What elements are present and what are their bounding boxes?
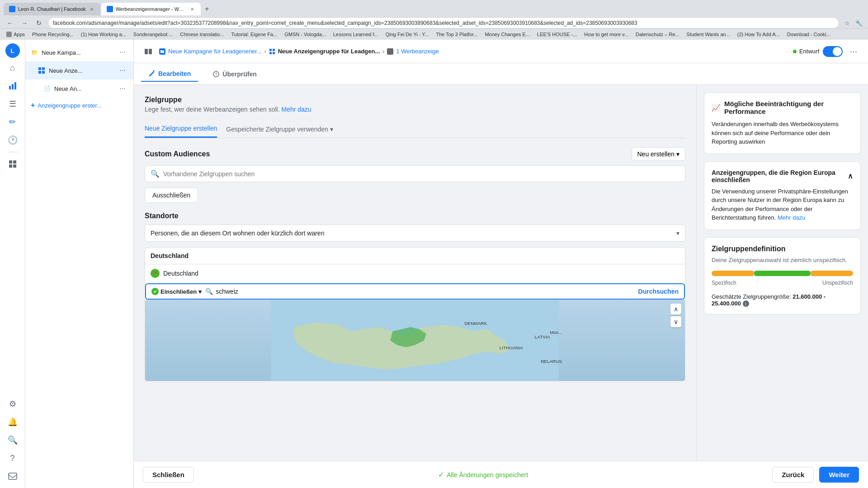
location-dropdown-arrow-icon: ▾ <box>676 230 679 237</box>
bookmark-8[interactable]: Lessons Learned f... <box>330 31 381 38</box>
edit-nav-button[interactable]: ✏ <box>5 114 21 130</box>
forward-button[interactable]: → <box>19 18 30 28</box>
tree-label-anzeigengruppe: Neue Anze... <box>49 67 113 74</box>
location-type-dropdown[interactable]: Personen, die an diesem Ort wohnen oder … <box>145 225 685 242</box>
collapse-region-button[interactable]: ∧ <box>848 172 853 180</box>
neu-erstellen-button[interactable]: Neu erstellen ▾ <box>632 147 686 161</box>
tab-facebook[interactable]: Leon R. Chaudhari | Facebook ✕ <box>4 3 100 15</box>
more-options-button[interactable]: ··· <box>846 44 861 59</box>
ueberpruefen-tab[interactable]: Überprüfen <box>205 67 264 81</box>
ausschliessen-button[interactable]: Ausschließen <box>145 188 198 203</box>
refresh-button[interactable]: ↻ <box>33 18 44 28</box>
breadcrumb-anzeigengruppe[interactable]: Neue Anzeigengruppe für Leadgen... <box>269 48 380 55</box>
breadcrumb-anzeigengruppe-label: Neue Anzeigengruppe für Leadgen... <box>278 48 380 55</box>
tab-gespeicherte-zielgruppe[interactable]: Gespeicherte Zielgruppe verwenden ▾ <box>226 120 333 138</box>
bookmark-9[interactable]: Qing Fei De Yi - Y... <box>383 31 432 38</box>
svg-rect-8 <box>38 67 41 70</box>
bookmark-14[interactable]: Datenschutz – Re... <box>633 31 682 38</box>
region-section-title: Anzeigengruppen, die die Region Europa e… <box>712 169 853 183</box>
status-toggle[interactable] <box>823 46 843 57</box>
bookmark-apps[interactable]: Apps <box>4 31 28 38</box>
add-label: Anzeigengruppe erster... <box>38 102 102 109</box>
bookmark-2[interactable]: Phone Recycling... <box>29 31 76 38</box>
search-icon: 🔍 <box>151 169 160 178</box>
audiences-search-input[interactable] <box>163 170 679 178</box>
ziel-title: Zielgruppendefinition <box>712 245 853 253</box>
right-panel: 📈 Mögliche Beeinträchtigung der Performa… <box>696 85 868 461</box>
performance-icon: 📈 <box>712 103 721 112</box>
breadcrumb-kampagne[interactable]: Neue Kampagne für Leadgenerier... <box>159 48 262 55</box>
tab-close-1[interactable]: ✕ <box>89 6 95 12</box>
location-search-input[interactable] <box>216 288 634 295</box>
map-svg: LATVIA LITHUANIA BELARUS Mos... DENMARK <box>145 300 685 381</box>
bearbeiten-tab[interactable]: Bearbeiten <box>141 66 198 82</box>
location-pin-icon: 📍 <box>151 269 160 278</box>
bookmark-icon[interactable]: ☆ <box>843 19 852 28</box>
bell-nav-button[interactable]: 🔔 <box>5 414 21 430</box>
analytics-nav-button[interactable] <box>5 78 21 94</box>
collapse-tree-button[interactable] <box>141 44 156 59</box>
tree-item-anzeige[interactable]: 📄 Neue An... ··· <box>25 80 133 98</box>
svg-rect-13 <box>149 49 152 54</box>
layers-nav-button[interactable] <box>5 156 21 172</box>
ziel-info-icon[interactable]: i <box>743 300 749 307</box>
address-bar[interactable]: facebook.com/adsmanager/manage/adsets/ed… <box>48 17 839 29</box>
custom-audiences-label: Custom Audiences <box>145 150 210 158</box>
user-avatar[interactable]: L <box>5 43 20 58</box>
campaign-tree: 📁 Neue Kampa... ··· Neue Anze... ··· 📄 N… <box>25 40 134 488</box>
bookmark-10[interactable]: The Top 3 Platfor... <box>433 31 480 38</box>
help-nav-button[interactable]: ? <box>5 450 21 466</box>
search-nav-button[interactable]: 🔍 <box>5 432 21 448</box>
map-up-button[interactable]: ∧ <box>670 304 681 314</box>
extension-icon[interactable]: 🔧 <box>854 19 863 28</box>
einschliessen-dropdown[interactable]: Einschließen ▾ <box>151 288 202 295</box>
bookmark-16[interactable]: (2) How To Add A... <box>735 31 783 38</box>
bookmark-4[interactable]: Sonderangebot:... <box>131 31 175 38</box>
svg-rect-6 <box>13 164 16 168</box>
add-anzeigengruppe-button[interactable]: + Anzeigengruppe erster... <box>25 98 133 113</box>
address-text: facebook.com/adsmanager/manage/adsets/ed… <box>53 20 834 26</box>
back-button[interactable]: ← <box>5 18 15 28</box>
map-down-button[interactable]: ∨ <box>670 316 681 327</box>
new-tab-button[interactable]: + <box>202 4 212 14</box>
bookmark-17[interactable]: Download - Cooki... <box>784 31 833 38</box>
ziel-specificity-bar <box>712 271 853 276</box>
durchsuchen-button[interactable]: Durchsuchen <box>638 288 679 295</box>
weiter-button[interactable]: Weiter <box>819 467 859 483</box>
history-nav-button[interactable]: 🕐 <box>5 132 21 148</box>
tab-adsmanager[interactable]: Werbeanzeigenmanager - Wer... ✕ <box>101 3 201 15</box>
ziel-size: Geschätzte Zielgruppengröße: 21.600.000 … <box>712 293 853 307</box>
bookmark-15[interactable]: Student Wants an... <box>684 31 733 38</box>
audiences-search-box[interactable]: 🔍 <box>145 165 685 182</box>
svg-text:LITHUANIA: LITHUANIA <box>500 345 523 350</box>
tab-close-2[interactable]: ✕ <box>189 6 195 12</box>
bookmark-13[interactable]: How to get more v... <box>581 31 631 38</box>
tree-more-kampagne[interactable]: ··· <box>117 47 128 58</box>
breadcrumb-werbeanzeige[interactable]: 1 Werbeanzeige <box>387 48 439 55</box>
bookmark-6[interactable]: Tutorial: Eigene Fa... <box>229 31 280 38</box>
settings-nav-button[interactable]: ⚙ <box>5 396 21 412</box>
sidebar-icons: L ⌂ ☰ ✏ 🕐 ⚙ 🔔 🔍 ? <box>0 40 25 488</box>
mehr-dazu-region-link[interactable]: Mehr dazu <box>778 214 805 221</box>
bookmark-5[interactable]: Chinese translatio... <box>177 31 226 38</box>
section-desc: Lege fest, wer deine Werbeanzeigen sehen… <box>145 106 685 113</box>
bookmark-7[interactable]: GMSN - Vologda... <box>282 31 329 38</box>
mehr-dazu-link-top[interactable]: Mehr dazu <box>282 106 311 113</box>
svg-rect-1 <box>12 84 14 89</box>
einschliessen-arrow-icon: ▾ <box>198 288 202 295</box>
bookmark-11[interactable]: Money Changes E... <box>482 31 533 38</box>
bookmark-12[interactable]: LEE'S HOUSE -... <box>534 31 580 38</box>
zurueck-button[interactable]: Zurück <box>772 467 814 483</box>
schliessen-button[interactable]: Schließen <box>143 467 194 483</box>
bookmark-3[interactable]: (1) How Working a... <box>78 31 129 38</box>
home-nav-button[interactable]: ⌂ <box>5 60 21 76</box>
bookmark-icon-apps <box>6 32 12 37</box>
tree-item-anzeigengruppe[interactable]: Neue Anze... ··· <box>25 61 133 80</box>
menu-nav-button[interactable]: ☰ <box>5 96 21 112</box>
region-text: Die Verwendung unserer Privatsphäre-Eins… <box>712 187 853 222</box>
inbox-nav-button[interactable] <box>5 468 21 484</box>
tree-more-anzeige[interactable]: ··· <box>117 83 128 94</box>
tab-neue-zielgruppe[interactable]: Neue Zielgruppe erstellen <box>145 120 217 138</box>
tree-more-anzeigengruppe[interactable]: ··· <box>117 65 128 76</box>
tree-item-kampagne[interactable]: 📁 Neue Kampa... ··· <box>25 43 133 61</box>
